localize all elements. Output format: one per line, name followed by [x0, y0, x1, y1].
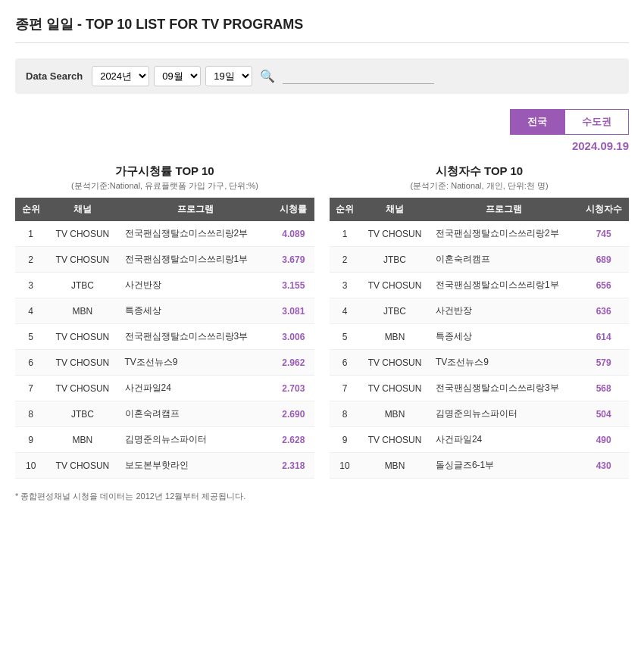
region-capital-button[interactable]: 수도권 [564, 109, 629, 135]
value-cell: 3.081 [273, 298, 314, 324]
channel-cell: JTBC [360, 247, 430, 273]
program-cell: TV조선뉴스9 [430, 350, 578, 376]
channel-cell: MBN [46, 427, 118, 453]
channel-cell: JTBC [46, 401, 118, 427]
table-row: 2 TV CHOSUN 전국팬심쟁탈쇼미스쓰리랑1부 3.679 [15, 247, 314, 273]
program-cell: 전국팬심쟁탈쇼미스쓰리랑2부 [430, 221, 578, 247]
rank-cell: 8 [330, 401, 360, 427]
col-program-right: 프로그램 [430, 198, 578, 221]
table-row: 1 TV CHOSUN 전국팬심쟁탈쇼미스쓰리랑2부 4.089 [15, 221, 314, 247]
channel-cell: TV CHOSUN [46, 453, 118, 479]
channel-cell: MBN [360, 401, 430, 427]
table-row: 2 JTBC 이혼숙려캠프 689 [330, 247, 629, 273]
channel-cell: TV CHOSUN [360, 427, 430, 453]
search-button[interactable]: 🔍 [257, 67, 278, 85]
rank-cell: 3 [330, 273, 360, 298]
day-select[interactable]: 19일 [205, 66, 252, 86]
value-cell: 490 [578, 427, 629, 453]
rank-cell: 9 [330, 427, 360, 453]
program-cell: 전국팬심쟁탈쇼미스쓰리랑1부 [119, 247, 273, 273]
table-row: 5 TV CHOSUN 전국팬심쟁탈쇼미스쓰리랑3부 3.006 [15, 324, 314, 350]
channel-cell: JTBC [360, 298, 430, 324]
table-row: 9 MBN 김명준의뉴스파이터 2.628 [15, 427, 314, 453]
table-row: 3 TV CHOSUN 전국팬심쟁탈쇼미스쓰리랑1부 656 [330, 273, 629, 298]
channel-cell: TV CHOSUN [360, 273, 430, 298]
table-row: 8 MBN 김명준의뉴스파이터 504 [330, 401, 629, 427]
page-title: 종편 일일 - TOP 10 LIST FOR TV PROGRAMS [15, 15, 629, 43]
value-cell: 745 [578, 221, 629, 247]
search-input[interactable] [283, 69, 434, 84]
month-select[interactable]: 09월 [154, 66, 201, 86]
rank-cell: 2 [15, 247, 46, 273]
program-cell: 전국팬심쟁탈쇼미스쓰리랑1부 [430, 273, 578, 298]
channel-cell: TV CHOSUN [46, 376, 118, 401]
rank-cell: 2 [330, 247, 360, 273]
table-row: 9 TV CHOSUN 사건파일24 490 [330, 427, 629, 453]
footnote: * 종합편성채널 시청을 데이터는 2012년 12월부터 제공됩니다. [15, 491, 629, 502]
program-cell: 이혼숙려캠프 [119, 401, 273, 427]
program-cell: 김명준의뉴스파이터 [119, 427, 273, 453]
region-nationwide-button[interactable]: 전국 [510, 109, 564, 135]
household-table-header: 순위 채널 프로그램 시청률 [15, 198, 314, 221]
channel-cell: MBN [46, 298, 118, 324]
program-cell: 돌싱글즈6-1부 [430, 453, 578, 479]
program-cell: 김명준의뉴스파이터 [430, 401, 578, 427]
rank-cell: 6 [15, 350, 46, 376]
rank-cell: 4 [330, 298, 360, 324]
table-row: 7 TV CHOSUN 전국팬심쟁탈쇼미스쓰리랑3부 568 [330, 376, 629, 401]
col-channel-right: 채널 [360, 198, 430, 221]
viewer-count-subtitle: (분석기준: National, 개인, 단위:천 명) [330, 180, 629, 192]
table-row: 6 TV CHOSUN TV조선뉴스9 2.962 [15, 350, 314, 376]
program-cell: TV조선뉴스9 [119, 350, 273, 376]
table-row: 10 TV CHOSUN 보도본부핫라인 2.318 [15, 453, 314, 479]
viewer-count-title: 시청자수 TOP 10 [330, 164, 629, 179]
channel-cell: JTBC [46, 273, 118, 298]
channel-cell: MBN [360, 453, 430, 479]
rank-cell: 3 [15, 273, 46, 298]
table-row: 6 TV CHOSUN TV조선뉴스9 579 [330, 350, 629, 376]
search-bar: Data Search 2024년 09월 19일 🔍 [15, 58, 629, 94]
table-row: 1 TV CHOSUN 전국팬심쟁탈쇼미스쓰리랑2부 745 [330, 221, 629, 247]
viewer-count-table: 순위 채널 프로그램 시청자수 1 TV CHOSUN 전국팬심쟁탈쇼미스쓰리랑… [330, 198, 629, 479]
program-cell: 사건반장 [119, 273, 273, 298]
household-rating-section: 가구시청률 TOP 10 (분석기준:National, 유료플랫폼 가입 가구… [15, 164, 314, 479]
rank-cell: 10 [330, 453, 360, 479]
rank-cell: 5 [15, 324, 46, 350]
region-button-group: 전국 수도권 [15, 109, 629, 135]
rank-cell: 4 [15, 298, 46, 324]
channel-cell: TV CHOSUN [360, 376, 430, 401]
col-rating-left: 시청률 [273, 198, 314, 221]
table-row: 8 JTBC 이혼숙려캠프 2.690 [15, 401, 314, 427]
channel-cell: TV CHOSUN [46, 247, 118, 273]
value-cell: 2.703 [273, 376, 314, 401]
value-cell: 656 [578, 273, 629, 298]
program-cell: 보도본부핫라인 [119, 453, 273, 479]
value-cell: 636 [578, 298, 629, 324]
value-cell: 614 [578, 324, 629, 350]
rank-cell: 9 [15, 427, 46, 453]
table-row: 10 MBN 돌싱글즈6-1부 430 [330, 453, 629, 479]
col-rank-right: 순위 [330, 198, 360, 221]
channel-cell: TV CHOSUN [360, 221, 430, 247]
program-cell: 전국팬심쟁탈쇼미스쓰리랑3부 [430, 376, 578, 401]
channel-cell: MBN [360, 324, 430, 350]
table-row: 5 MBN 특종세상 614 [330, 324, 629, 350]
col-rank-left: 순위 [15, 198, 46, 221]
table-row: 4 JTBC 사건반장 636 [330, 298, 629, 324]
household-rating-table: 순위 채널 프로그램 시청률 1 TV CHOSUN 전국팬심쟁탈쇼미스쓰리랑2… [15, 198, 314, 479]
rank-cell: 6 [330, 350, 360, 376]
value-cell: 689 [578, 247, 629, 273]
rank-cell: 7 [330, 376, 360, 401]
value-cell: 568 [578, 376, 629, 401]
value-cell: 2.318 [273, 453, 314, 479]
value-cell: 2.690 [273, 401, 314, 427]
program-cell: 특종세상 [430, 324, 578, 350]
rank-cell: 8 [15, 401, 46, 427]
year-select[interactable]: 2024년 [92, 66, 149, 86]
date-display: 2024.09.19 [15, 139, 629, 152]
channel-cell: TV CHOSUN [360, 350, 430, 376]
value-cell: 2.962 [273, 350, 314, 376]
program-cell: 특종세상 [119, 298, 273, 324]
col-program-left: 프로그램 [119, 198, 273, 221]
table-row: 3 JTBC 사건반장 3.155 [15, 273, 314, 298]
